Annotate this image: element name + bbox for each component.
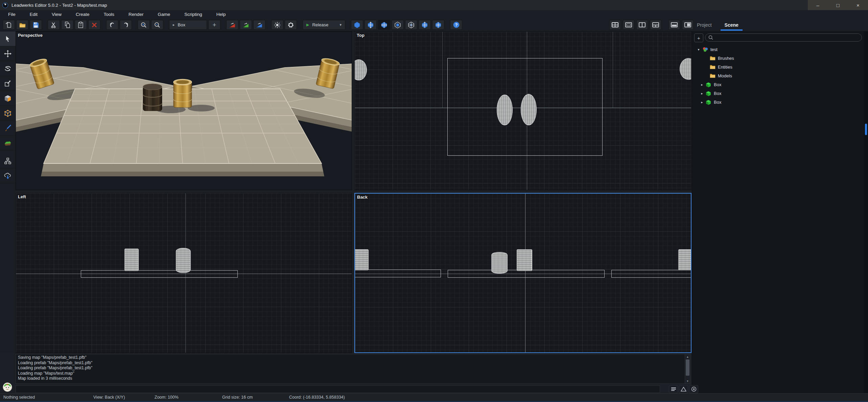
menu-view[interactable]: View xyxy=(45,12,69,17)
panel-scrollbar[interactable] xyxy=(864,31,868,394)
tree-item-box-2[interactable]: ▸ Box xyxy=(692,89,868,98)
list-icon xyxy=(671,387,676,391)
tree-item-brushes[interactable]: Brushes xyxy=(692,54,868,62)
layout-split-bottom-button[interactable] xyxy=(650,20,661,30)
environment-light-button[interactable] xyxy=(271,20,283,30)
scroll-up-icon[interactable]: ▲ xyxy=(685,354,690,359)
open-file-button[interactable] xyxy=(16,20,28,30)
menu-help[interactable]: Help xyxy=(209,12,233,17)
gizmo-move-button[interactable] xyxy=(365,20,377,30)
console-errors-button[interactable] xyxy=(689,385,698,393)
tree-item-models[interactable]: Models xyxy=(692,71,868,80)
zoom-out-button[interactable] xyxy=(151,20,163,30)
delete-button[interactable] xyxy=(88,20,100,30)
menu-tools[interactable]: Tools xyxy=(97,12,122,17)
viewport-top[interactable]: Top xyxy=(354,31,691,190)
terrain-tool-button[interactable] xyxy=(0,135,16,150)
new-file-button[interactable] xyxy=(3,20,15,30)
gizmo-local-button[interactable] xyxy=(419,20,431,30)
primitive-dropdown[interactable]: ▸ Box xyxy=(169,20,207,30)
viewport-left[interactable]: Left xyxy=(16,193,352,353)
tree-collapsed-icon[interactable]: ▸ xyxy=(700,92,704,95)
console-list-button[interactable] xyxy=(669,385,678,393)
scroll-down-icon[interactable]: ▼ xyxy=(685,379,690,383)
scene-add-button[interactable]: + xyxy=(694,33,703,42)
redo-button[interactable] xyxy=(120,20,132,30)
gizmo-rotate-button[interactable] xyxy=(378,20,390,30)
tree-item-label: Box xyxy=(714,91,721,96)
zoom-in-button[interactable] xyxy=(138,20,150,30)
save-button[interactable] xyxy=(30,20,42,30)
warning-icon xyxy=(681,387,686,392)
status-bar: Nothing selected View: Back (X/Y) Zoom: … xyxy=(0,393,868,401)
close-button[interactable]: × xyxy=(848,0,868,10)
viewport-back[interactable]: Back xyxy=(354,193,691,353)
tab-scene[interactable]: Scene xyxy=(723,19,741,31)
barrel-wireframe xyxy=(354,249,369,270)
console-line: Saving map "Maps/prefab_test1.pfb" xyxy=(18,355,683,360)
cut-button[interactable] xyxy=(48,20,60,30)
help-button[interactable]: ? xyxy=(450,20,462,30)
gizmo-scale-button[interactable] xyxy=(392,20,404,30)
maximize-button[interactable]: □ xyxy=(828,0,848,10)
console-scrollbar-thumb[interactable] xyxy=(686,359,689,376)
gizmo-select-button[interactable] xyxy=(351,20,363,30)
menu-render[interactable]: Render xyxy=(121,12,150,17)
select-tool-button[interactable] xyxy=(0,31,16,46)
toggle-side-panel-button[interactable] xyxy=(682,20,694,30)
run-mode-dropdown[interactable]: ▶ Release ▾ xyxy=(303,20,345,30)
flowgraph-tool-button[interactable] xyxy=(0,154,16,169)
tree-expanded-icon[interactable]: ▾ xyxy=(697,48,700,51)
console-warnings-button[interactable] xyxy=(679,385,688,393)
top-view-edge-line xyxy=(442,32,443,108)
tree-collapsed-icon[interactable]: ▸ xyxy=(700,100,704,104)
avatar[interactable] xyxy=(3,382,12,392)
csg-merge-blue-button[interactable] xyxy=(253,20,265,30)
csg-subtract-red-button[interactable] xyxy=(226,20,238,30)
scale-tool-button[interactable] xyxy=(0,76,16,91)
viewport-perspective[interactable]: Perspective xyxy=(16,31,352,190)
menu-create[interactable]: Create xyxy=(69,12,97,17)
paste-button[interactable] xyxy=(75,20,87,30)
tree-item-box-3[interactable]: ▸ Box xyxy=(692,98,868,106)
menu-edit[interactable]: Edit xyxy=(23,12,45,17)
error-icon xyxy=(691,386,697,392)
rotate-tool-button[interactable] xyxy=(0,61,16,76)
undo-button[interactable] xyxy=(106,20,118,30)
vertex-select-tool-button[interactable] xyxy=(0,106,16,121)
layout-quad-button[interactable] xyxy=(609,20,621,30)
settings-button[interactable] xyxy=(285,20,297,30)
face-select-tool-button[interactable] xyxy=(0,91,16,106)
menu-file[interactable]: File xyxy=(1,12,23,17)
tree-collapsed-icon[interactable]: ▸ xyxy=(700,83,704,86)
panel-scrollbar-thumb[interactable] xyxy=(865,124,867,135)
download-tool-button[interactable] xyxy=(0,169,16,183)
layout-two-columns-button[interactable] xyxy=(636,20,648,30)
tree-item-root[interactable]: ▾ test xyxy=(692,45,868,54)
gizmo-global-button[interactable] xyxy=(405,20,417,30)
paint-tool-button[interactable] xyxy=(0,121,16,135)
csg-add-green-button[interactable] xyxy=(240,20,252,30)
move-tool-button[interactable] xyxy=(0,46,16,61)
console-input[interactable] xyxy=(16,385,660,393)
menu-scripting[interactable]: Scripting xyxy=(177,12,209,17)
platform-wireframe xyxy=(354,270,441,277)
gizmo-center-button[interactable] xyxy=(432,20,444,30)
barrel-wireframe xyxy=(124,249,139,271)
tree-item-entities[interactable]: Entities xyxy=(692,62,868,71)
console-line: Loading prefab "Maps/prefab_test1.pfb" xyxy=(18,360,683,366)
tree-item-box-1[interactable]: ▸ Box xyxy=(692,80,868,89)
folder-icon xyxy=(710,73,715,78)
scene-search-input[interactable] xyxy=(705,33,862,42)
layout-single-button[interactable] xyxy=(623,20,634,30)
app-icon xyxy=(2,2,8,8)
status-zoom: Zoom: 100% xyxy=(155,395,179,400)
copy-button[interactable] xyxy=(61,20,73,30)
menu-game[interactable]: Game xyxy=(150,12,177,17)
tab-project[interactable]: Project xyxy=(695,19,714,31)
toggle-console-panel-button[interactable] xyxy=(668,20,680,30)
console-scrollbar[interactable]: ▲ ▼ xyxy=(685,354,690,383)
add-primitive-button[interactable]: + xyxy=(208,20,220,30)
minimize-button[interactable]: – xyxy=(808,0,828,10)
console-log[interactable]: Saving map "Maps/prefab_test1.pfb" Loadi… xyxy=(16,354,690,384)
